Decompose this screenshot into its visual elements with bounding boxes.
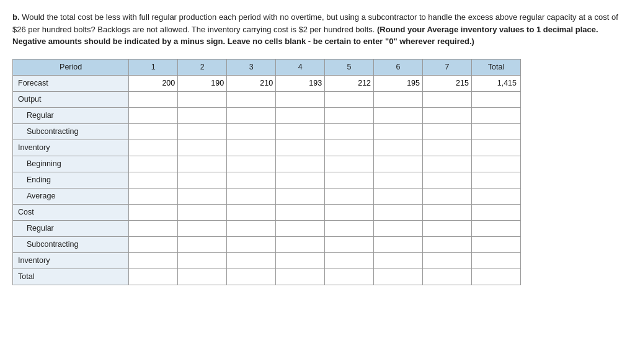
beginning-2-cell[interactable] <box>178 156 227 172</box>
average-4-input[interactable] <box>276 189 324 204</box>
beginning-6-cell[interactable] <box>374 156 423 172</box>
ending-4-input[interactable] <box>276 172 324 188</box>
cost-sub-5-cell[interactable] <box>325 236 374 252</box>
average-3-input[interactable] <box>227 189 275 204</box>
forecast-3-cell[interactable] <box>227 75 276 91</box>
average-2-cell[interactable] <box>178 188 227 204</box>
cost-regular-3-cell[interactable] <box>227 220 276 236</box>
average-6-cell[interactable] <box>374 188 423 204</box>
cost-regular-7-input[interactable] <box>423 221 471 236</box>
cost-regular-7-cell[interactable] <box>423 220 472 236</box>
regular-1-input[interactable] <box>129 108 177 123</box>
beginning-4-input[interactable] <box>276 156 324 172</box>
forecast-2-input[interactable] <box>178 76 226 91</box>
cost-regular-5-input[interactable] <box>325 221 373 236</box>
average-5-cell[interactable] <box>325 188 374 204</box>
subcontracting-out-5-input[interactable] <box>325 124 373 140</box>
forecast-5-cell[interactable] <box>325 75 374 91</box>
regular-4-input[interactable] <box>276 108 324 123</box>
average-7-input[interactable] <box>423 189 471 204</box>
subcontracting-out-4-input[interactable] <box>276 124 324 140</box>
cost-sub-4-input[interactable] <box>276 237 324 252</box>
total-4-input[interactable] <box>276 269 324 285</box>
beginning-3-input[interactable] <box>227 156 275 172</box>
ending-3-cell[interactable] <box>227 172 276 188</box>
ending-2-input[interactable] <box>178 172 226 188</box>
regular-1-cell[interactable] <box>129 107 178 123</box>
total-6-input[interactable] <box>374 269 422 285</box>
cost-inv-7-input[interactable] <box>423 253 471 269</box>
total-6-cell[interactable] <box>374 269 423 285</box>
forecast-1-input[interactable] <box>129 76 177 91</box>
beginning-2-input[interactable] <box>178 156 226 172</box>
cost-inv-5-cell[interactable] <box>325 252 374 269</box>
ending-6-cell[interactable] <box>374 172 423 188</box>
ending-6-input[interactable] <box>374 172 422 188</box>
beginning-4-cell[interactable] <box>276 156 325 172</box>
beginning-1-input[interactable] <box>129 156 177 172</box>
ending-7-input[interactable] <box>423 172 471 188</box>
total-7-cell[interactable] <box>423 269 472 285</box>
cost-inv-5-input[interactable] <box>325 253 373 269</box>
cost-regular-2-input[interactable] <box>178 221 226 236</box>
forecast-4-input[interactable] <box>276 76 324 91</box>
cost-regular-6-input[interactable] <box>374 221 422 236</box>
cost-sub-4-cell[interactable] <box>276 236 325 252</box>
total-4-cell[interactable] <box>276 269 325 285</box>
ending-7-cell[interactable] <box>423 172 472 188</box>
cost-inv-4-cell[interactable] <box>276 252 325 269</box>
cost-sub-7-input[interactable] <box>423 237 471 252</box>
cost-inv-1-cell[interactable] <box>129 252 178 269</box>
regular-6-input[interactable] <box>374 108 422 123</box>
cost-sub-3-cell[interactable] <box>227 236 276 252</box>
ending-5-input[interactable] <box>325 172 373 188</box>
regular-4-cell[interactable] <box>276 107 325 123</box>
cost-inv-3-input[interactable] <box>227 253 275 269</box>
subcontracting-out-2-cell[interactable] <box>178 123 227 140</box>
cost-regular-5-cell[interactable] <box>325 220 374 236</box>
cost-sub-1-input[interactable] <box>129 237 177 252</box>
average-7-cell[interactable] <box>423 188 472 204</box>
subcontracting-out-4-cell[interactable] <box>276 123 325 140</box>
regular-5-input[interactable] <box>325 108 373 123</box>
subcontracting-out-6-input[interactable] <box>374 124 422 140</box>
total-2-input[interactable] <box>178 269 226 285</box>
average-4-cell[interactable] <box>276 188 325 204</box>
total-2-cell[interactable] <box>178 269 227 285</box>
subcontracting-out-2-input[interactable] <box>178 124 226 140</box>
average-1-input[interactable] <box>129 189 177 204</box>
subcontracting-out-1-input[interactable] <box>129 124 177 140</box>
beginning-7-cell[interactable] <box>423 156 472 172</box>
cost-regular-2-cell[interactable] <box>178 220 227 236</box>
forecast-3-input[interactable] <box>227 76 275 91</box>
cost-inv-7-cell[interactable] <box>423 252 472 269</box>
cost-sub-6-input[interactable] <box>374 237 422 252</box>
total-5-input[interactable] <box>325 269 373 285</box>
average-5-input[interactable] <box>325 189 373 204</box>
total-1-input[interactable] <box>129 269 177 285</box>
cost-sub-6-cell[interactable] <box>374 236 423 252</box>
forecast-6-input[interactable] <box>374 76 422 91</box>
subcontracting-out-5-cell[interactable] <box>325 123 374 140</box>
regular-2-cell[interactable] <box>178 107 227 123</box>
forecast-4-cell[interactable] <box>276 75 325 91</box>
cost-regular-4-input[interactable] <box>276 221 324 236</box>
beginning-5-input[interactable] <box>325 156 373 172</box>
subcontracting-out-3-cell[interactable] <box>227 123 276 140</box>
total-3-input[interactable] <box>227 269 275 285</box>
total-5-cell[interactable] <box>325 269 374 285</box>
regular-3-input[interactable] <box>227 108 275 123</box>
average-1-cell[interactable] <box>129 188 178 204</box>
beginning-3-cell[interactable] <box>227 156 276 172</box>
ending-4-cell[interactable] <box>276 172 325 188</box>
forecast-5-input[interactable] <box>325 76 373 91</box>
cost-sub-7-cell[interactable] <box>423 236 472 252</box>
cost-inv-3-cell[interactable] <box>227 252 276 269</box>
subcontracting-out-6-cell[interactable] <box>374 123 423 140</box>
ending-1-cell[interactable] <box>129 172 178 188</box>
ending-5-cell[interactable] <box>325 172 374 188</box>
average-2-input[interactable] <box>178 189 226 204</box>
forecast-7-cell[interactable] <box>423 75 472 91</box>
beginning-7-input[interactable] <box>423 156 471 172</box>
subcontracting-out-7-input[interactable] <box>423 124 471 140</box>
